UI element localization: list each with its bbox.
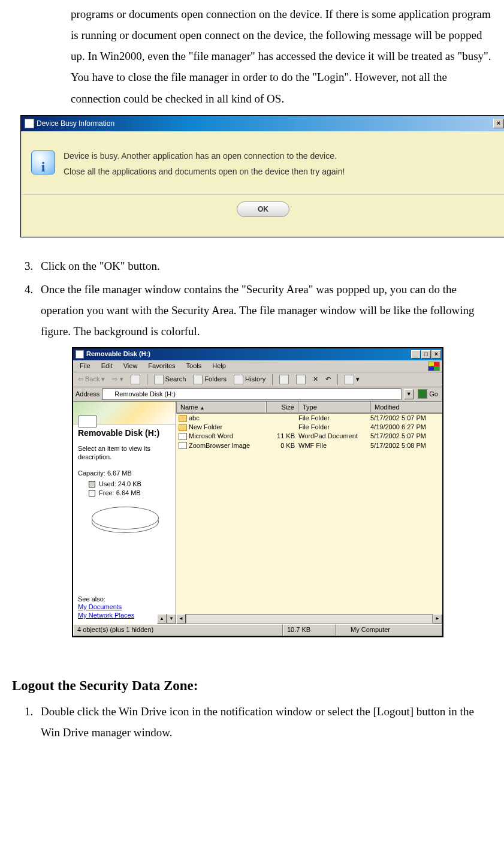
capacity-pie-chart	[92, 507, 158, 535]
used-swatch-icon	[89, 481, 95, 487]
dialog-message-line2: Close all the applications and documents…	[64, 164, 495, 180]
forward-button[interactable]: ⇨ ▾	[110, 375, 125, 384]
explorer-title: Removable Disk (H:)	[86, 350, 411, 358]
address-field[interactable]: Removable Disk (H:)	[102, 389, 402, 400]
explorer-toolbar: ⇦ Back ▾ ⇨ ▾ Search Folders History ✕ ↶ …	[73, 372, 442, 387]
folder-icon	[179, 424, 187, 431]
status-size: 10.7 KB	[283, 624, 336, 636]
col-size[interactable]: Size	[266, 402, 298, 413]
file-type: WMF File	[298, 442, 370, 450]
file-type: File Folder	[298, 423, 370, 431]
scroll-left-icon[interactable]: ◄	[176, 614, 186, 624]
file-name: abc	[189, 414, 200, 422]
free-swatch-icon	[89, 490, 95, 496]
close-icon[interactable]: ×	[431, 350, 441, 359]
status-objects: 4 object(s) (plus 1 hidden)	[73, 624, 283, 636]
instruction-list: Click on the "OK" button. Once the file …	[12, 255, 492, 342]
file-type: WordPad Document	[298, 432, 370, 440]
folders-icon	[193, 375, 203, 384]
menu-edit[interactable]: Edit	[96, 362, 118, 370]
status-bar: 4 object(s) (plus 1 hidden) 10.7 KB My C…	[73, 624, 442, 636]
menu-file[interactable]: File	[74, 362, 96, 370]
see-also-label: See also:	[78, 595, 134, 603]
free-legend: Free: 6.64 MB	[89, 489, 171, 497]
file-modified: 4/19/2000 6:27 PM	[370, 423, 442, 431]
table-row[interactable]: ZoomBrowser Image0 KBWMF File5/17/2002 5…	[176, 441, 442, 450]
moveto-icon	[279, 375, 289, 384]
search-label: Search	[165, 375, 186, 383]
history-label: History	[245, 375, 265, 383]
step-4: Once the file manager window contains th…	[36, 279, 480, 342]
table-row[interactable]: New FolderFile Folder4/19/2000 6:27 PM	[176, 423, 442, 432]
menu-view[interactable]: View	[118, 362, 143, 370]
close-icon[interactable]: ×	[493, 119, 504, 128]
horizontal-scrollbar[interactable]: ◄ ►	[176, 614, 442, 624]
file-icon	[179, 442, 187, 449]
menu-help[interactable]: Help	[207, 362, 231, 370]
dialog-title: Device Busy Information	[37, 120, 493, 127]
address-dropdown-icon[interactable]: ▼	[404, 389, 414, 399]
scroll-down-icon[interactable]: ▼	[167, 614, 176, 624]
file-size: 0 KB	[266, 442, 298, 450]
ok-button[interactable]: OK	[237, 201, 289, 217]
explorer-titlebar: Removable Disk (H:) _ □ ×	[73, 348, 442, 360]
capacity-label: Capacity: 6.67 MB	[78, 469, 171, 477]
file-modified: 5/17/2002 5:07 PM	[370, 432, 442, 440]
step-3: Click on the "OK" button.	[36, 255, 480, 276]
left-pane-art	[73, 402, 176, 424]
explorer-menubar: File Edit View Favorites Tools Help	[73, 360, 442, 372]
used-legend: Used: 24.0 KB	[89, 480, 171, 488]
table-row[interactable]: abcFile Folder5/17/2002 5:07 PM	[176, 414, 442, 423]
file-icon	[179, 433, 187, 440]
file-size: 11 KB	[266, 432, 298, 440]
file-name: Microsoft Word	[189, 432, 233, 440]
delete-button[interactable]: ✕	[310, 375, 321, 384]
go-icon	[418, 389, 427, 399]
views-button[interactable]: ▾	[342, 374, 362, 385]
free-label: Free: 6.64 MB	[99, 489, 141, 497]
col-type[interactable]: Type	[298, 402, 370, 413]
undo-button[interactable]: ↶	[323, 375, 333, 384]
copyto-button[interactable]	[294, 374, 308, 385]
up-button[interactable]	[128, 374, 143, 385]
search-icon	[154, 375, 164, 384]
file-modified: 5/17/2002 5:07 PM	[370, 414, 442, 422]
moveto-button[interactable]	[277, 374, 291, 385]
go-label: Go	[429, 390, 438, 398]
col-modified[interactable]: Modified	[370, 402, 442, 413]
folder-icon	[179, 415, 187, 422]
go-button[interactable]: Go	[416, 389, 440, 399]
dialog-titlebar: Device Busy Information ×	[21, 116, 504, 131]
menu-favorites[interactable]: Favorites	[143, 362, 180, 370]
scroll-up-icon[interactable]: ▲	[157, 614, 167, 624]
table-row[interactable]: Microsoft Word11 KBWordPad Document5/17/…	[176, 432, 442, 441]
drive-icon	[104, 390, 113, 398]
address-bar: Address Removable Disk (H:) ▼ Go	[73, 387, 442, 402]
search-button[interactable]: Search	[152, 374, 189, 385]
file-type: File Folder	[298, 414, 370, 422]
file-name: New Folder	[189, 423, 222, 431]
my-network-places-link[interactable]: My Network Places	[78, 612, 134, 620]
left-pane-desc: Select an item to view its description.	[78, 445, 171, 462]
views-icon	[345, 375, 354, 384]
logout-list: Double click the Win Drive icon in the n…	[12, 701, 492, 743]
maximize-icon[interactable]: □	[421, 350, 431, 359]
dialog-message-line1: Device is busy. Another application has …	[64, 148, 495, 164]
back-button[interactable]: ⇦ Back ▾	[76, 375, 107, 384]
menu-tools[interactable]: Tools	[181, 362, 207, 370]
folders-label: Folders	[204, 375, 227, 383]
scroll-right-icon[interactable]: ►	[433, 614, 442, 624]
col-name[interactable]: Name ▲	[176, 402, 266, 413]
file-modified: 5/17/2002 5:08 PM	[370, 442, 442, 450]
folders-button[interactable]: Folders	[191, 374, 229, 385]
address-label: Address	[76, 390, 99, 398]
history-icon	[234, 375, 243, 384]
explorer-file-list: Name ▲ Size Type Modified abcFile Folder…	[176, 402, 442, 624]
up-folder-icon	[131, 375, 140, 384]
my-documents-link[interactable]: My Documents	[78, 603, 134, 612]
history-button[interactable]: History	[231, 374, 268, 385]
explorer-window: Removable Disk (H:) _ □ × File Edit View…	[72, 347, 443, 637]
column-headers: Name ▲ Size Type Modified	[176, 402, 442, 414]
minimize-icon[interactable]: _	[411, 350, 421, 359]
copyto-icon	[296, 375, 306, 384]
